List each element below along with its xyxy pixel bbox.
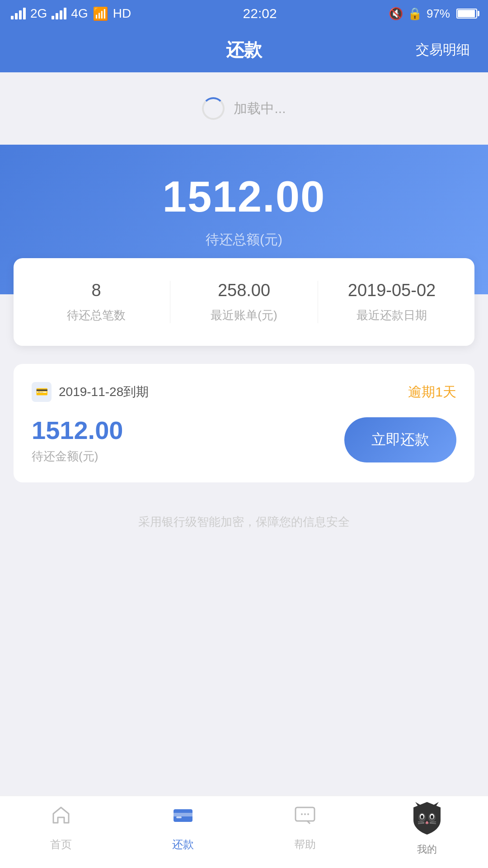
signal-4g-bars	[52, 8, 66, 19]
loan-amount-value: 1512.00	[32, 415, 123, 445]
loading-spinner	[202, 97, 225, 120]
bottom-nav: 首页 还款 帮助	[0, 796, 488, 868]
total-label: 待还总额(元)	[18, 231, 470, 249]
nav-item-home[interactable]: 首页	[0, 804, 122, 852]
transaction-detail-button[interactable]: 交易明细	[416, 41, 470, 59]
loading-text: 加载中...	[234, 99, 286, 118]
svg-rect-2	[176, 816, 182, 818]
loading-section: 加载中...	[0, 72, 488, 145]
status-right: 🔇 🔒 97%	[389, 7, 477, 21]
status-time: 22:02	[243, 6, 277, 21]
signal-2g: 2G	[30, 6, 47, 21]
nav-header: 还款 交易明细	[0, 27, 488, 72]
repay-icon	[172, 804, 194, 832]
svg-point-4	[301, 813, 303, 815]
recent-date-label: 最近还款日期	[318, 307, 465, 323]
home-icon	[50, 804, 72, 832]
page-title: 还款	[226, 38, 262, 62]
pending-count-value: 8	[23, 281, 170, 300]
loan-amount-label: 待还金额(元)	[32, 448, 123, 464]
recent-bill-value: 258.00	[170, 281, 318, 300]
battery-percent: 97%	[427, 7, 450, 21]
recent-bill-stat: 258.00 最近账单(元)	[170, 281, 318, 323]
svg-point-14	[431, 815, 433, 819]
loan-due-date: 2019-11-28到期	[59, 383, 149, 401]
status-left: 2G 4G 📶 HD	[11, 6, 131, 21]
nav-item-repay[interactable]: 还款	[122, 804, 244, 852]
bottom-spacer	[0, 548, 488, 638]
loan-amount-row: 1512.00 待还金额(元) 立即还款	[32, 415, 456, 464]
nav-help-label: 帮助	[294, 837, 316, 852]
repay-now-button[interactable]: 立即还款	[344, 417, 456, 462]
loan-item-card: 💳 2019-11-28到期 逾期1天 1512.00 待还金额(元) 立即还款	[14, 364, 474, 482]
recent-date-stat: 2019-05-02 最近还款日期	[318, 281, 465, 323]
wifi-icon: 📶	[93, 6, 108, 21]
nav-cat-label: 我的	[417, 843, 437, 856]
svg-point-6	[307, 813, 309, 815]
battery-icon	[456, 9, 477, 19]
nav-item-help[interactable]: 帮助	[244, 804, 366, 852]
mute-icon: 🔇	[389, 7, 403, 21]
cat-logo	[409, 799, 445, 837]
signal-icon	[11, 8, 26, 19]
loan-amount-block: 1512.00 待还金额(元)	[32, 415, 123, 464]
loan-header: 💳 2019-11-28到期 逾期1天	[32, 382, 456, 402]
total-amount: 1512.00	[18, 172, 470, 222]
overdue-badge: 逾期1天	[408, 383, 456, 401]
loan-icon: 💳	[32, 382, 52, 402]
svg-point-13	[421, 815, 423, 819]
pending-count-label: 待还总笔数	[23, 307, 170, 323]
loan-date-info: 💳 2019-11-28到期	[32, 382, 149, 402]
hd-badge: HD	[113, 6, 131, 21]
svg-rect-1	[174, 813, 192, 816]
recent-bill-label: 最近账单(元)	[170, 307, 318, 323]
status-bar: 2G 4G 📶 HD 22:02 🔇 🔒 97%	[0, 0, 488, 27]
lock-icon: 🔒	[408, 7, 422, 21]
signal-4g: 4G	[71, 6, 88, 21]
nav-item-mine[interactable]: 我的	[366, 799, 488, 856]
security-note: 采用银行级智能加密，保障您的信息安全	[0, 496, 488, 548]
pending-count-stat: 8 待还总笔数	[23, 281, 170, 323]
nav-home-label: 首页	[50, 837, 72, 852]
stats-card: 8 待还总笔数 258.00 最近账单(元) 2019-05-02 最近还款日期	[14, 258, 474, 346]
nav-repay-label: 还款	[172, 837, 194, 852]
help-icon	[294, 804, 316, 832]
svg-point-5	[304, 813, 306, 815]
recent-date-value: 2019-05-02	[318, 281, 465, 300]
